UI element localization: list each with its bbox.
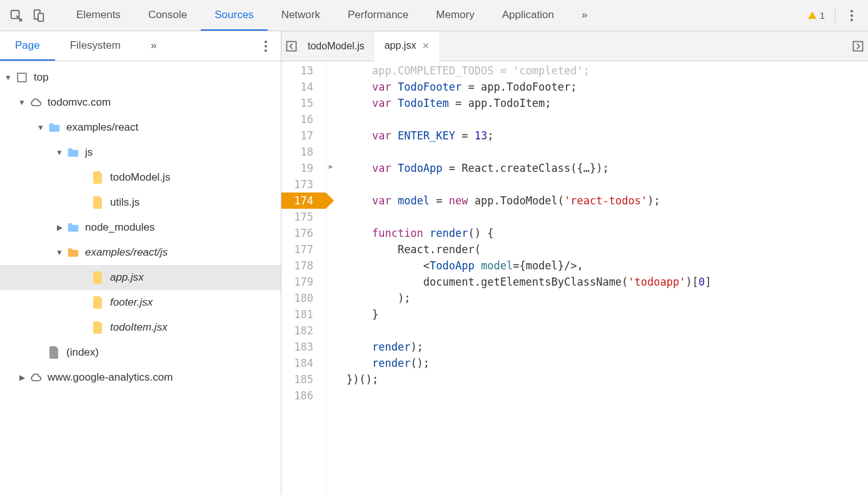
code-line: render); bbox=[346, 339, 868, 355]
show-debugger-icon[interactable] bbox=[852, 40, 864, 52]
frame-icon bbox=[15, 71, 29, 84]
file-js-icon bbox=[91, 196, 105, 209]
chevron-down-icon: ▼ bbox=[55, 248, 64, 257]
navigator-menu-icon[interactable] bbox=[260, 39, 272, 54]
file-icon bbox=[48, 346, 61, 359]
show-navigator-icon[interactable] bbox=[285, 40, 298, 52]
navigator-tab-page[interactable]: Page bbox=[0, 31, 55, 61]
chevron-down-icon: ▼ bbox=[55, 148, 64, 157]
tree-item-examples-react[interactable]: ▼ examples/react bbox=[0, 115, 281, 140]
tabs-overflow[interactable]: » bbox=[568, 0, 601, 31]
code-line: ); bbox=[346, 290, 868, 306]
editor-tab-app-jsx[interactable]: app.jsx × bbox=[375, 32, 439, 61]
tree-item-examples-react-js[interactable]: ▼ examples/react/js bbox=[0, 240, 281, 265]
code-line: } bbox=[346, 306, 868, 322]
device-toolbar-icon[interactable] bbox=[28, 4, 50, 27]
chevron-down-icon: ▼ bbox=[4, 73, 13, 82]
settings-menu-icon[interactable] bbox=[845, 8, 858, 23]
divider bbox=[835, 9, 835, 22]
navigator-tabs: Page Filesystem » bbox=[0, 31, 281, 61]
code-line bbox=[346, 209, 868, 225]
code-line bbox=[346, 388, 868, 404]
editor-panel: todoModel.js app.jsx × 13 14 15 16 17 18… bbox=[281, 31, 868, 495]
editor-tab-todomodel[interactable]: todoModel.js bbox=[298, 31, 375, 61]
chevron-right-icon: ▶ bbox=[18, 373, 26, 382]
tree-item-index[interactable]: (index) bbox=[0, 340, 281, 365]
tab-elements[interactable]: Elements bbox=[63, 0, 134, 31]
file-js-icon bbox=[91, 296, 105, 309]
code-content[interactable]: app.COMPLETED_TODOS = 'completed'; var T… bbox=[335, 61, 868, 495]
svg-rect-4 bbox=[287, 41, 296, 51]
folder-icon bbox=[66, 246, 80, 259]
sources-panel: Page Filesystem » ▼ top ▼ todomvc.com ▼ … bbox=[0, 31, 868, 495]
breakpoint-marker[interactable]: 174 bbox=[281, 192, 326, 209]
code-line: var ENTER_KEY = 13; bbox=[346, 128, 868, 144]
code-line bbox=[346, 111, 868, 128]
tree-item-utils[interactable]: utils.js bbox=[0, 190, 281, 215]
tab-network[interactable]: Network bbox=[268, 0, 334, 31]
tab-console[interactable]: Console bbox=[134, 0, 201, 31]
tree-item-top[interactable]: ▼ top bbox=[0, 65, 281, 90]
svg-rect-3 bbox=[18, 73, 26, 82]
cloud-icon bbox=[29, 371, 43, 384]
code-line: var TodoApp = React.createClass({…}); bbox=[346, 160, 868, 176]
tree-item-todoitem-jsx[interactable]: todoItem.jsx bbox=[0, 315, 281, 340]
fold-gutter: ▶ bbox=[326, 61, 335, 495]
folder-icon bbox=[48, 121, 61, 134]
cloud-icon bbox=[29, 96, 43, 109]
folder-icon bbox=[66, 146, 80, 159]
chevron-down-icon: ▼ bbox=[18, 98, 26, 107]
code-line bbox=[346, 322, 868, 339]
code-line: app.COMPLETED_TODOS = 'completed'; bbox=[346, 62, 868, 79]
warnings-count: 1 bbox=[820, 10, 825, 21]
tree-item-node-modules[interactable]: ▶ node_modules bbox=[0, 215, 281, 240]
code-line bbox=[346, 144, 868, 160]
close-icon[interactable]: × bbox=[422, 39, 429, 52]
tree-item-app-jsx[interactable]: app.jsx bbox=[0, 265, 281, 290]
tree-item-todomvc[interactable]: ▼ todomvc.com bbox=[0, 90, 281, 115]
svg-rect-5 bbox=[854, 41, 863, 51]
tab-application[interactable]: Application bbox=[488, 0, 568, 31]
code-line: document.getElementsByClassName('todoapp… bbox=[346, 274, 868, 290]
file-tree: ▼ top ▼ todomvc.com ▼ examples/react ▼ j… bbox=[0, 61, 281, 495]
file-js-icon bbox=[91, 271, 105, 284]
fold-icon[interactable]: ▶ bbox=[326, 159, 335, 175]
tab-sources[interactable]: Sources bbox=[201, 0, 267, 31]
tab-label: todoModel.js bbox=[308, 41, 365, 52]
folder-icon bbox=[66, 221, 80, 234]
code-line: function render() { bbox=[346, 225, 868, 241]
code-line: <TodoApp model={model}/>, bbox=[346, 258, 868, 274]
editor-tabs: todoModel.js app.jsx × bbox=[281, 31, 868, 61]
tree-item-js[interactable]: ▼ js bbox=[0, 140, 281, 165]
file-js-icon bbox=[91, 321, 105, 334]
navigator-tabs-overflow[interactable]: » bbox=[136, 31, 171, 61]
code-line: var model = new app.TodoModel('react-tod… bbox=[346, 192, 868, 209]
tree-item-todomodel[interactable]: todoModel.js bbox=[0, 165, 281, 190]
warning-icon bbox=[807, 11, 817, 21]
navigator-panel: Page Filesystem » ▼ top ▼ todomvc.com ▼ … bbox=[0, 31, 281, 495]
tree-item-footer-jsx[interactable]: footer.jsx bbox=[0, 290, 281, 315]
tab-label: app.jsx bbox=[385, 40, 416, 51]
warnings-badge[interactable]: 1 bbox=[807, 10, 825, 21]
tree-item-google-analytics[interactable]: ▶ www.google-analytics.com bbox=[0, 365, 281, 390]
code-line: React.render( bbox=[346, 241, 868, 258]
inspect-element-icon[interactable] bbox=[5, 4, 28, 27]
file-js-icon bbox=[91, 171, 105, 184]
chevron-down-icon: ▼ bbox=[36, 123, 45, 132]
line-number-gutter[interactable]: 13 14 15 16 17 18 19 173 174 175 176 177… bbox=[281, 61, 326, 495]
code-line: render(); bbox=[346, 355, 868, 371]
navigator-tab-filesystem[interactable]: Filesystem bbox=[55, 31, 136, 61]
code-line: var TodoItem = app.TodoItem; bbox=[346, 95, 868, 111]
devtools-main-tabs: Elements Console Sources Network Perform… bbox=[0, 0, 868, 31]
source-code-editor[interactable]: 13 14 15 16 17 18 19 173 174 175 176 177… bbox=[281, 61, 868, 495]
chevron-right-icon: ▶ bbox=[55, 223, 64, 232]
code-line: var TodoFooter = app.TodoFooter; bbox=[346, 79, 868, 95]
svg-rect-2 bbox=[38, 13, 43, 21]
tab-performance[interactable]: Performance bbox=[334, 0, 422, 31]
code-line bbox=[346, 176, 868, 192]
tab-memory[interactable]: Memory bbox=[422, 0, 488, 31]
code-line: })(); bbox=[346, 371, 868, 388]
